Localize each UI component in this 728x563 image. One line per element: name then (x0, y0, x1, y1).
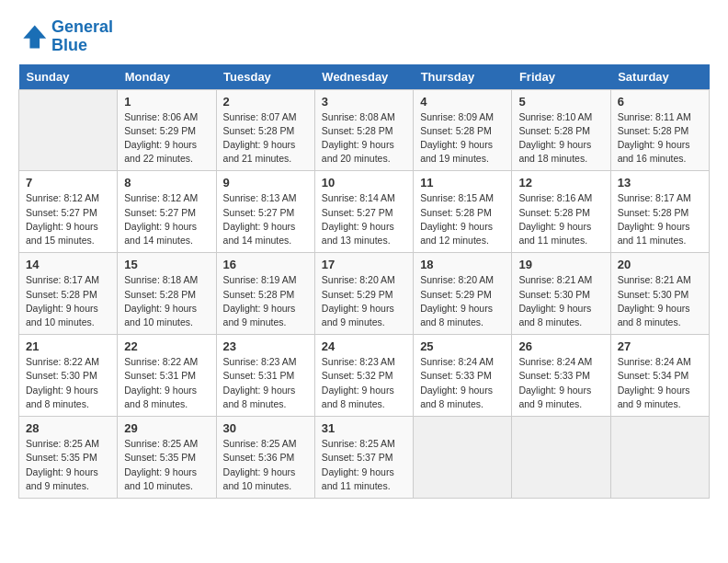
day-number: 7 (26, 176, 110, 190)
calendar-header-wednesday: Wednesday (314, 64, 413, 90)
calendar-table: SundayMondayTuesdayWednesdayThursdayFrid… (18, 64, 710, 499)
calendar-cell: 6Sunrise: 8:11 AMSunset: 5:28 PMDaylight… (610, 89, 709, 171)
day-info: Sunrise: 8:07 AMSunset: 5:28 PMDaylight:… (223, 110, 308, 167)
day-info: Sunrise: 8:20 AMSunset: 5:29 PMDaylight:… (420, 273, 505, 329)
day-number: 8 (124, 176, 209, 190)
day-number: 12 (518, 176, 603, 190)
day-number: 17 (322, 258, 406, 271)
day-info: Sunrise: 8:21 AMSunset: 5:30 PMDaylight:… (518, 273, 603, 329)
calendar-cell: 23Sunrise: 8:23 AMSunset: 5:31 PMDayligh… (216, 335, 314, 417)
day-number: 9 (223, 176, 308, 190)
calendar-cell: 31Sunrise: 8:25 AMSunset: 5:37 PMDayligh… (314, 417, 413, 499)
day-info: Sunrise: 8:06 AMSunset: 5:29 PMDaylight:… (124, 110, 209, 167)
day-number: 28 (26, 421, 110, 435)
calendar-week-2: 7Sunrise: 8:12 AMSunset: 5:27 PMDaylight… (19, 171, 710, 253)
day-number: 10 (322, 176, 406, 190)
day-info: Sunrise: 8:15 AMSunset: 5:28 PMDaylight:… (420, 191, 505, 247)
calendar-cell: 8Sunrise: 8:12 AMSunset: 5:27 PMDaylight… (118, 171, 216, 253)
day-info: Sunrise: 8:12 AMSunset: 5:27 PMDaylight:… (26, 191, 110, 247)
calendar-cell: 20Sunrise: 8:21 AMSunset: 5:30 PMDayligh… (610, 253, 709, 335)
calendar-cell: 13Sunrise: 8:17 AMSunset: 5:28 PMDayligh… (610, 171, 709, 253)
calendar-header-monday: Monday (118, 64, 216, 90)
calendar-cell: 14Sunrise: 8:17 AMSunset: 5:28 PMDayligh… (19, 253, 118, 335)
day-info: Sunrise: 8:19 AMSunset: 5:28 PMDaylight:… (223, 273, 308, 329)
day-info: Sunrise: 8:23 AMSunset: 5:32 PMDaylight:… (322, 355, 406, 411)
svg-marker-0 (23, 25, 46, 48)
day-info: Sunrise: 8:10 AMSunset: 5:28 PMDaylight:… (518, 110, 603, 167)
day-info: Sunrise: 8:25 AMSunset: 5:35 PMDaylight:… (26, 437, 110, 493)
calendar-cell: 19Sunrise: 8:21 AMSunset: 5:30 PMDayligh… (512, 253, 610, 335)
day-number: 31 (322, 421, 406, 435)
calendar-cell: 27Sunrise: 8:24 AMSunset: 5:34 PMDayligh… (610, 335, 709, 417)
day-number: 26 (518, 339, 603, 353)
calendar-cell: 28Sunrise: 8:25 AMSunset: 5:35 PMDayligh… (19, 417, 118, 499)
calendar-cell: 30Sunrise: 8:25 AMSunset: 5:36 PMDayligh… (216, 417, 314, 499)
calendar-cell: 25Sunrise: 8:24 AMSunset: 5:33 PMDayligh… (414, 335, 512, 417)
day-number: 5 (518, 95, 603, 109)
calendar-cell (414, 417, 512, 499)
calendar-cell: 18Sunrise: 8:20 AMSunset: 5:29 PMDayligh… (414, 253, 512, 335)
day-info: Sunrise: 8:24 AMSunset: 5:34 PMDaylight:… (618, 355, 702, 411)
calendar-week-1: 1Sunrise: 8:06 AMSunset: 5:29 PMDaylight… (19, 89, 710, 171)
day-info: Sunrise: 8:17 AMSunset: 5:28 PMDaylight:… (618, 191, 702, 247)
calendar-cell: 5Sunrise: 8:10 AMSunset: 5:28 PMDaylight… (512, 89, 610, 171)
logo: GeneralBlue (18, 18, 113, 55)
day-info: Sunrise: 8:22 AMSunset: 5:31 PMDaylight:… (124, 355, 209, 411)
day-info: Sunrise: 8:14 AMSunset: 5:27 PMDaylight:… (322, 191, 406, 247)
day-number: 27 (618, 339, 702, 353)
day-info: Sunrise: 8:09 AMSunset: 5:28 PMDaylight:… (420, 110, 505, 167)
day-info: Sunrise: 8:12 AMSunset: 5:27 PMDaylight:… (124, 191, 209, 247)
calendar-cell: 2Sunrise: 8:07 AMSunset: 5:28 PMDaylight… (216, 89, 314, 171)
calendar-week-3: 14Sunrise: 8:17 AMSunset: 5:28 PMDayligh… (19, 253, 710, 335)
day-number: 6 (618, 95, 702, 109)
day-number: 1 (124, 95, 209, 109)
calendar-header-thursday: Thursday (414, 64, 512, 90)
calendar-header-saturday: Saturday (610, 64, 709, 90)
day-info: Sunrise: 8:11 AMSunset: 5:28 PMDaylight:… (618, 110, 702, 167)
calendar-header-friday: Friday (512, 64, 610, 90)
day-info: Sunrise: 8:18 AMSunset: 5:28 PMDaylight:… (124, 273, 209, 329)
calendar-cell: 7Sunrise: 8:12 AMSunset: 5:27 PMDaylight… (19, 171, 118, 253)
calendar-cell: 1Sunrise: 8:06 AMSunset: 5:29 PMDaylight… (118, 89, 216, 171)
day-info: Sunrise: 8:25 AMSunset: 5:36 PMDaylight:… (223, 437, 308, 493)
calendar-week-5: 28Sunrise: 8:25 AMSunset: 5:35 PMDayligh… (19, 417, 710, 499)
calendar-cell: 17Sunrise: 8:20 AMSunset: 5:29 PMDayligh… (314, 253, 413, 335)
calendar-cell: 24Sunrise: 8:23 AMSunset: 5:32 PMDayligh… (314, 335, 413, 417)
day-number: 13 (618, 176, 702, 190)
calendar-cell (512, 417, 610, 499)
day-info: Sunrise: 8:23 AMSunset: 5:31 PMDaylight:… (223, 355, 308, 411)
logo-icon (18, 22, 48, 52)
day-number: 16 (223, 258, 308, 271)
day-number: 30 (223, 421, 308, 435)
day-info: Sunrise: 8:24 AMSunset: 5:33 PMDaylight:… (420, 355, 505, 411)
calendar-cell: 26Sunrise: 8:24 AMSunset: 5:33 PMDayligh… (512, 335, 610, 417)
calendar-header-tuesday: Tuesday (216, 64, 314, 90)
calendar-body: 1Sunrise: 8:06 AMSunset: 5:29 PMDaylight… (19, 89, 710, 498)
day-number: 3 (322, 95, 406, 109)
day-number: 24 (322, 339, 406, 353)
day-info: Sunrise: 8:13 AMSunset: 5:27 PMDaylight:… (223, 191, 308, 247)
day-number: 20 (618, 258, 702, 271)
calendar-header-row: SundayMondayTuesdayWednesdayThursdayFrid… (19, 64, 710, 90)
calendar-week-4: 21Sunrise: 8:22 AMSunset: 5:30 PMDayligh… (19, 335, 710, 417)
calendar-cell: 11Sunrise: 8:15 AMSunset: 5:28 PMDayligh… (414, 171, 512, 253)
day-number: 15 (124, 258, 209, 271)
day-info: Sunrise: 8:21 AMSunset: 5:30 PMDaylight:… (618, 273, 702, 329)
calendar-cell: 3Sunrise: 8:08 AMSunset: 5:28 PMDaylight… (314, 89, 413, 171)
calendar-cell: 16Sunrise: 8:19 AMSunset: 5:28 PMDayligh… (216, 253, 314, 335)
calendar-header-sunday: Sunday (19, 64, 118, 90)
calendar-cell: 4Sunrise: 8:09 AMSunset: 5:28 PMDaylight… (414, 89, 512, 171)
calendar-cell: 22Sunrise: 8:22 AMSunset: 5:31 PMDayligh… (118, 335, 216, 417)
calendar-cell: 9Sunrise: 8:13 AMSunset: 5:27 PMDaylight… (216, 171, 314, 253)
day-number: 22 (124, 339, 209, 353)
day-number: 11 (420, 176, 505, 190)
day-number: 25 (420, 339, 505, 353)
calendar-cell: 12Sunrise: 8:16 AMSunset: 5:28 PMDayligh… (512, 171, 610, 253)
day-info: Sunrise: 8:25 AMSunset: 5:37 PMDaylight:… (322, 437, 406, 493)
day-number: 23 (223, 339, 308, 353)
day-info: Sunrise: 8:25 AMSunset: 5:35 PMDaylight:… (124, 437, 209, 493)
calendar-cell: 15Sunrise: 8:18 AMSunset: 5:28 PMDayligh… (118, 253, 216, 335)
calendar-cell: 21Sunrise: 8:22 AMSunset: 5:30 PMDayligh… (19, 335, 118, 417)
calendar-cell: 29Sunrise: 8:25 AMSunset: 5:35 PMDayligh… (118, 417, 216, 499)
day-info: Sunrise: 8:24 AMSunset: 5:33 PMDaylight:… (518, 355, 603, 411)
